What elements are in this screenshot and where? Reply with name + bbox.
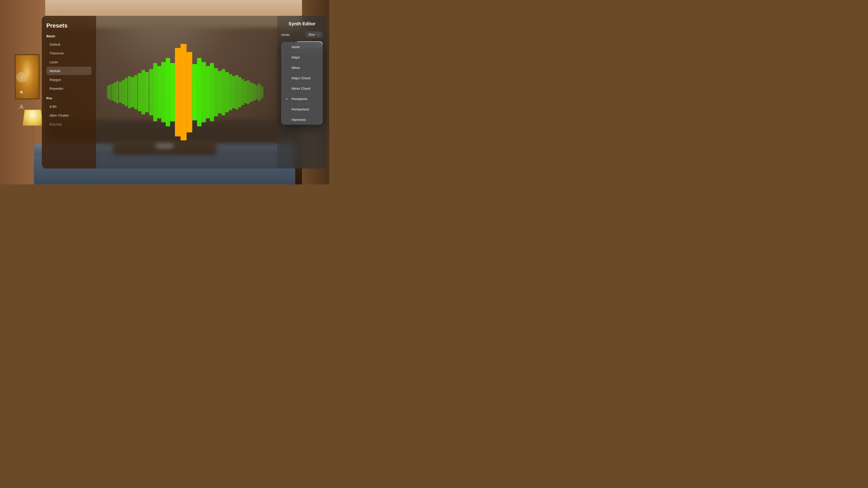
svg-rect-44: [112, 84, 114, 101]
svg-rect-6: [202, 62, 206, 123]
mode-value: Sine: [308, 33, 315, 36]
dropdown-item-minor-chord[interactable]: Minor Chord: [281, 84, 323, 94]
svg-rect-45: [109, 85, 111, 100]
svg-rect-38: [128, 76, 131, 108]
sidebar-music-button[interactable]: ♪: [16, 72, 27, 83]
svg-rect-20: [249, 82, 252, 102]
lamp: [23, 110, 43, 144]
mode-selector[interactable]: Sine ⌃⌄: [305, 31, 323, 38]
preset-item-raygun[interactable]: Raygun: [46, 75, 92, 84]
svg-rect-43: [114, 83, 116, 102]
svg-rect-31: [153, 63, 157, 121]
sidebar-icons: ♪ ★: [16, 72, 27, 112]
main-panel: Presets Basic Default Theremin Lazer Neb…: [42, 16, 327, 168]
svg-rect-34: [142, 70, 145, 114]
svg-rect-19: [247, 80, 250, 104]
dropdown-item-major-chord[interactable]: Major Chord: [281, 73, 323, 84]
dropdown-item-harmonic[interactable]: Harmonic: [281, 115, 323, 125]
svg-rect-12: [225, 72, 229, 112]
svg-rect-4: [192, 64, 197, 120]
svg-rect-36: [134, 75, 137, 109]
svg-rect-23: [256, 85, 258, 99]
svg-rect-9: [214, 68, 218, 116]
svg-rect-26: [262, 87, 264, 98]
svg-rect-7: [206, 66, 210, 118]
svg-rect-5: [197, 58, 202, 127]
svg-rect-17: [241, 79, 244, 105]
svg-rect-29: [161, 62, 166, 123]
svg-rect-13: [229, 74, 232, 110]
dropdown-label-major-chord: Major Chord: [291, 76, 310, 80]
dropdown-label-pentachord: Pentachord: [291, 107, 309, 111]
dropdown-label-harmonic: Harmonic: [291, 118, 306, 122]
dropdown-label-none: None: [291, 45, 300, 49]
preset-item-repeater[interactable]: Repeater: [46, 84, 92, 93]
svg-rect-30: [157, 66, 161, 118]
mode-label: Mode: [281, 33, 290, 37]
sidebar-star-button[interactable]: ★: [16, 87, 27, 97]
svg-rect-37: [131, 77, 134, 107]
svg-rect-15: [235, 75, 239, 109]
dropdown-item-pentatonic[interactable]: ✓ Pentatonic: [281, 94, 323, 104]
svg-rect-40: [122, 80, 125, 104]
lamp-base: [32, 126, 33, 144]
svg-rect-10: [218, 71, 221, 113]
mode-chevron-icon: ⌃⌄: [315, 33, 320, 36]
dropdown-item-pentachord[interactable]: Pentachord: [281, 104, 323, 115]
dropdown-label-pentatonic: Pentatonic: [291, 97, 308, 101]
preset-item-8bit[interactable]: 8-Bit: [46, 102, 92, 111]
svg-rect-33: [145, 72, 149, 112]
preset-item-default[interactable]: Default: [46, 40, 92, 48]
scale-dropdown: None Major Minor Major Chord Minor Chord…: [281, 42, 323, 125]
svg-rect-16: [239, 77, 241, 107]
presets-title: Presets: [46, 22, 92, 29]
svg-rect-32: [149, 69, 153, 116]
preset-item-alien-chatter[interactable]: Alien Chatter: [46, 111, 92, 120]
svg-rect-1: [181, 44, 187, 140]
presets-section-basic: Basic: [46, 34, 92, 38]
svg-rect-3: [175, 48, 181, 136]
svg-rect-27: [170, 63, 175, 121]
svg-rect-41: [119, 82, 122, 103]
svg-rect-22: [254, 84, 256, 100]
pentatonic-checkmark: ✓: [286, 97, 289, 101]
preset-item-nebula[interactable]: Nebula: [46, 67, 92, 75]
svg-rect-14: [232, 76, 235, 108]
svg-rect-25: [260, 85, 262, 99]
presets-panel: Presets Basic Default Theremin Lazer Neb…: [42, 16, 96, 168]
sidebar-person-button[interactable]: [16, 102, 27, 112]
svg-rect-46: [107, 86, 109, 99]
dropdown-label-minor-chord: Minor Chord: [291, 87, 310, 90]
waveform-visualization: [96, 16, 277, 168]
svg-rect-2: [187, 52, 192, 132]
svg-rect-42: [116, 81, 119, 103]
svg-rect-28: [166, 58, 170, 127]
preset-item-theremin[interactable]: Theremin: [46, 49, 92, 57]
dropdown-item-minor[interactable]: Minor: [281, 63, 323, 73]
presets-section-pro: Pro: [46, 96, 92, 100]
svg-rect-39: [125, 78, 127, 106]
waveform-area: [96, 16, 277, 168]
svg-rect-18: [244, 81, 247, 103]
svg-rect-8: [210, 63, 214, 121]
svg-rect-21: [252, 83, 254, 101]
svg-rect-35: [138, 73, 142, 111]
mode-row: Mode Sine ⌃⌄: [281, 31, 323, 38]
svg-point-0: [21, 105, 22, 107]
synth-editor-panel: Synth Editor Mode Sine ⌃⌄ Scale Pentaton…: [277, 16, 327, 168]
dropdown-label-major: Major: [291, 55, 300, 59]
svg-rect-11: [221, 69, 225, 116]
dropdown-item-none[interactable]: None: [281, 42, 323, 52]
dropdown-item-major[interactable]: Major: [281, 52, 323, 63]
synth-editor-title: Synth Editor: [281, 21, 323, 26]
svg-rect-24: [258, 83, 260, 101]
dropdown-label-minor: Minor: [291, 66, 300, 70]
preset-item-buzzing[interactable]: Buzzing: [46, 120, 92, 128]
preset-item-lazer[interactable]: Lazer: [46, 58, 92, 66]
